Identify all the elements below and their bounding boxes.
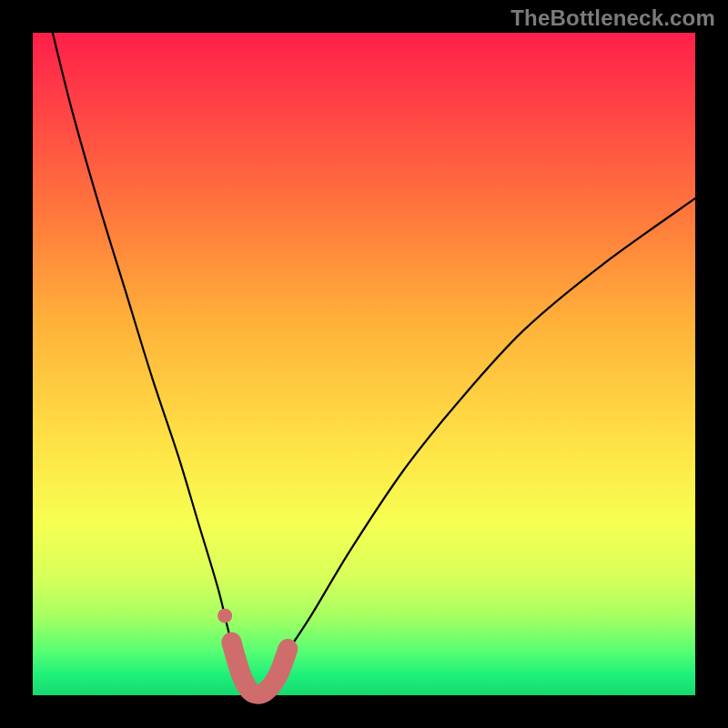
chart-svg: [33, 33, 695, 695]
bottleneck-curve: [53, 33, 695, 695]
highlight-trough: [231, 642, 288, 694]
watermark-text: TheBottleneck.com: [511, 5, 715, 31]
chart-frame: TheBottleneck.com: [0, 0, 728, 728]
highlight-dot: [217, 609, 232, 623]
